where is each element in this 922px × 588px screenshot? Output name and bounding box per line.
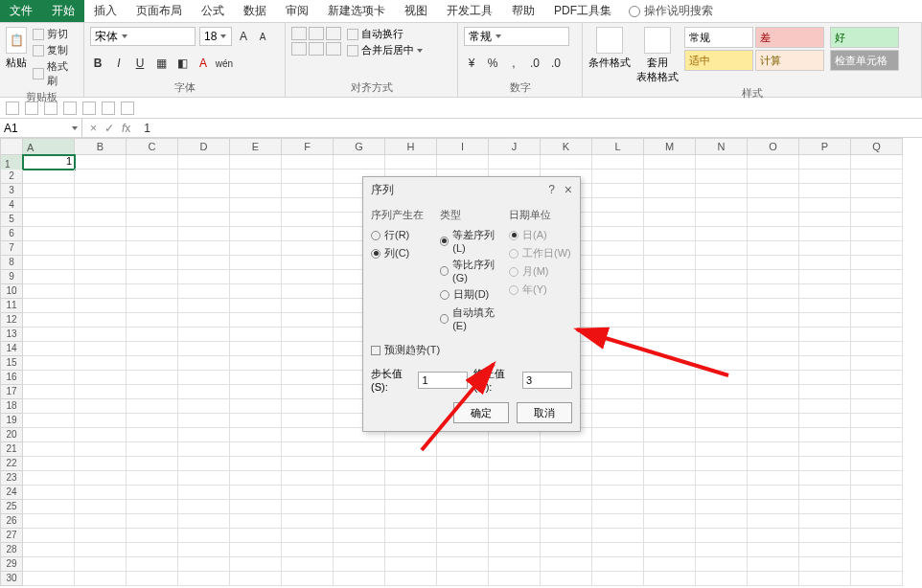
cell[interactable] — [799, 442, 851, 457]
stop-input[interactable] — [522, 372, 572, 389]
cell[interactable] — [696, 155, 748, 170]
cell[interactable] — [178, 299, 230, 313]
tab-formulas[interactable]: 公式 — [192, 0, 234, 22]
cell[interactable] — [851, 486, 903, 500]
cell[interactable] — [748, 313, 799, 328]
row-header-13[interactable]: 13 — [0, 328, 23, 342]
cell[interactable] — [696, 213, 748, 227]
cell[interactable] — [127, 328, 178, 342]
cell[interactable] — [178, 198, 230, 213]
row-header-3[interactable]: 3 — [0, 184, 23, 198]
cell[interactable] — [178, 500, 230, 514]
cell[interactable] — [75, 299, 127, 313]
cell[interactable] — [748, 514, 799, 529]
row-header-20[interactable]: 20 — [0, 428, 23, 442]
cell[interactable] — [541, 500, 592, 514]
row-header-30[interactable]: 30 — [0, 572, 23, 586]
col-header-G[interactable]: G — [334, 138, 385, 155]
cell[interactable] — [23, 328, 75, 342]
cell[interactable] — [748, 342, 799, 356]
cell[interactable] — [282, 471, 334, 486]
cell[interactable] — [230, 227, 282, 241]
cell[interactable] — [748, 356, 799, 371]
cell[interactable] — [23, 514, 75, 529]
cell[interactable] — [748, 198, 799, 213]
cell[interactable] — [799, 155, 851, 170]
cell[interactable] — [75, 241, 127, 256]
cell[interactable] — [644, 356, 696, 371]
cell[interactable] — [178, 529, 230, 543]
cell[interactable] — [75, 328, 127, 342]
cell[interactable] — [592, 414, 644, 428]
cell[interactable] — [178, 442, 230, 457]
cell[interactable] — [334, 514, 385, 529]
cell[interactable] — [334, 155, 385, 170]
cut-button[interactable]: 剪切 — [33, 27, 78, 41]
cell[interactable] — [696, 457, 748, 471]
cell[interactable] — [851, 299, 903, 313]
cell[interactable] — [696, 342, 748, 356]
row-header-22[interactable]: 22 — [0, 457, 23, 471]
cell[interactable] — [799, 399, 851, 414]
cell[interactable] — [644, 313, 696, 328]
row-header-15[interactable]: 15 — [0, 356, 23, 371]
cell[interactable] — [178, 356, 230, 371]
cell[interactable] — [23, 213, 75, 227]
style-good[interactable]: 好 — [830, 27, 899, 48]
opt-autofill[interactable]: 自动填充(E) — [440, 304, 503, 333]
table-format-button[interactable]: 套用 表格格式 — [636, 27, 679, 84]
cell[interactable] — [489, 543, 541, 557]
qat-icon[interactable] — [82, 102, 96, 115]
cell[interactable] — [851, 213, 903, 227]
cell[interactable] — [644, 213, 696, 227]
cell[interactable] — [230, 256, 282, 270]
trend-checkbox[interactable]: 预测趋势(T) — [371, 341, 572, 359]
cell[interactable] — [230, 543, 282, 557]
cell[interactable] — [489, 557, 541, 572]
tab-review[interactable]: 审阅 — [276, 0, 318, 22]
alignment-grid[interactable] — [291, 27, 341, 56]
col-header-F[interactable]: F — [282, 138, 334, 155]
tab-newtab[interactable]: 新建选项卡 — [318, 0, 395, 22]
cell[interactable] — [541, 572, 592, 586]
cell[interactable] — [385, 155, 437, 170]
cell[interactable] — [127, 241, 178, 256]
cell[interactable] — [592, 457, 644, 471]
cell[interactable] — [230, 442, 282, 457]
cell[interactable] — [75, 284, 127, 299]
cell[interactable] — [592, 198, 644, 213]
cell[interactable] — [75, 471, 127, 486]
cell[interactable] — [799, 543, 851, 557]
col-header-Q[interactable]: Q — [851, 138, 903, 155]
cell[interactable] — [127, 256, 178, 270]
cell[interactable] — [592, 471, 644, 486]
cell[interactable] — [696, 471, 748, 486]
cell[interactable] — [592, 529, 644, 543]
row-header-10[interactable]: 10 — [0, 284, 23, 299]
cell[interactable] — [489, 486, 541, 500]
cell[interactable] — [127, 557, 178, 572]
row-header-9[interactable]: 9 — [0, 270, 23, 284]
cell[interactable] — [437, 572, 489, 586]
cell[interactable] — [282, 256, 334, 270]
cell[interactable] — [282, 486, 334, 500]
cell[interactable] — [23, 399, 75, 414]
cell[interactable] — [230, 299, 282, 313]
fill-color-button[interactable]: ◧ — [174, 56, 190, 71]
row-header-14[interactable]: 14 — [0, 342, 23, 356]
tab-view[interactable]: 视图 — [395, 0, 437, 22]
cell[interactable] — [75, 227, 127, 241]
cell[interactable] — [127, 414, 178, 428]
cell[interactable] — [127, 184, 178, 198]
cell[interactable] — [799, 414, 851, 428]
cell[interactable] — [851, 241, 903, 256]
cell[interactable] — [230, 385, 282, 399]
cell[interactable] — [282, 557, 334, 572]
cell[interactable] — [127, 428, 178, 442]
font-color-button[interactable]: A — [196, 56, 211, 71]
cell[interactable] — [282, 399, 334, 414]
col-header-E[interactable]: E — [230, 138, 282, 155]
cancel-button[interactable]: 取消 — [517, 402, 572, 423]
cell[interactable] — [127, 514, 178, 529]
cell[interactable] — [437, 486, 489, 500]
